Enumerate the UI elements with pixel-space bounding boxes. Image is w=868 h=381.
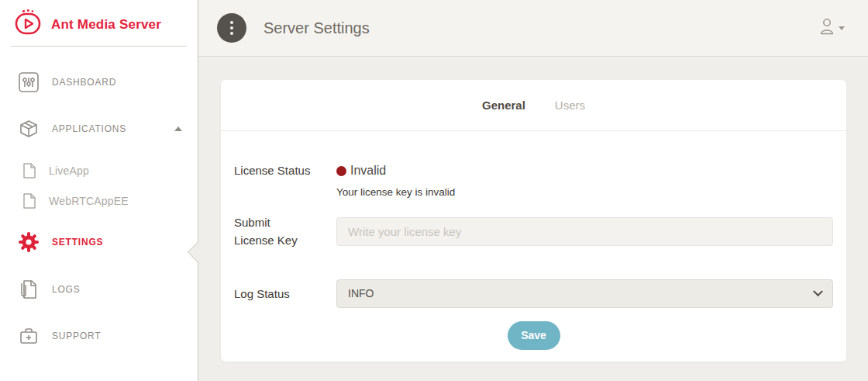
brand-logo[interactable]: Ant Media Server [0,0,198,39]
license-key-input[interactable] [336,217,833,246]
top-header: Server Settings [198,0,868,57]
license-status-label: License Status [234,164,336,198]
user-menu-button[interactable] [818,17,845,39]
license-key-row: Submit License Key [234,213,833,250]
invalid-status-dot-icon [336,166,346,176]
sidebar-item-logs[interactable]: LOGS [0,272,198,307]
brand-name: Ant Media Server [51,17,161,33]
tab-users[interactable]: Users [555,99,585,112]
sidebar: Ant Media Server DASHBOARD APPLICATIONS [0,0,198,381]
kebab-menu-button[interactable] [217,13,246,43]
server-settings-form: License Status Invalid Your license key … [221,131,846,350]
sidebar-item-label: LOGS [52,284,81,295]
file-icon [22,193,37,209]
tab-general[interactable]: General [482,99,525,112]
tab-bar: General Users [221,80,846,131]
sidebar-item-dashboard[interactable]: DASHBOARD [0,65,198,99]
applications-box-icon [17,118,40,140]
sidebar-item-support[interactable]: SUPPORT [0,319,198,353]
sidebar-item-label: APPLICATIONS [52,123,126,134]
settings-card: General Users License Status Invalid You… [221,80,846,362]
sidebar-item-liveapp[interactable]: LiveApp [0,157,198,185]
collapse-caret-icon[interactable] [174,126,182,131]
main-area: Server Settings General Users License St… [198,0,868,381]
chevron-down-icon [813,286,823,296]
sidebar-divider [11,46,187,47]
log-status-label: Log Status [234,287,336,300]
sidebar-item-label: DASHBOARD [52,77,116,88]
page-title: Server Settings [264,19,370,37]
support-kit-icon [17,326,40,346]
sidebar-item-label: SUPPORT [52,331,101,341]
content-area: General Users License Status Invalid You… [198,57,868,381]
logs-icon [17,279,40,300]
sidebar-item-label: WebRTCAppEE [49,195,129,207]
chevron-down-icon [839,26,845,30]
sidebar-item-label: LiveApp [49,165,89,177]
dashboard-icon [17,71,40,93]
license-status-message: Your license key is invalid [336,186,833,198]
sidebar-item-applications[interactable]: APPLICATIONS [0,112,198,146]
log-status-value: INFO [348,287,374,300]
license-status-row: License Status Invalid Your license key … [234,164,833,198]
log-status-select[interactable]: INFO [336,279,833,308]
sidebar-item-settings[interactable]: SETTINGS [0,225,198,259]
ant-media-logo-icon [12,9,43,41]
log-status-row: Log Status INFO [234,279,833,308]
user-icon [818,17,835,39]
save-button[interactable]: Save [508,321,560,350]
license-status-value: Invalid [350,164,386,178]
license-key-label: Submit License Key [234,213,336,250]
sidebar-item-label: SETTINGS [52,237,103,248]
sidebar-item-webrtcappee[interactable]: WebRTCAppEE [0,187,198,215]
file-icon [22,163,37,178]
gear-icon [17,230,40,254]
